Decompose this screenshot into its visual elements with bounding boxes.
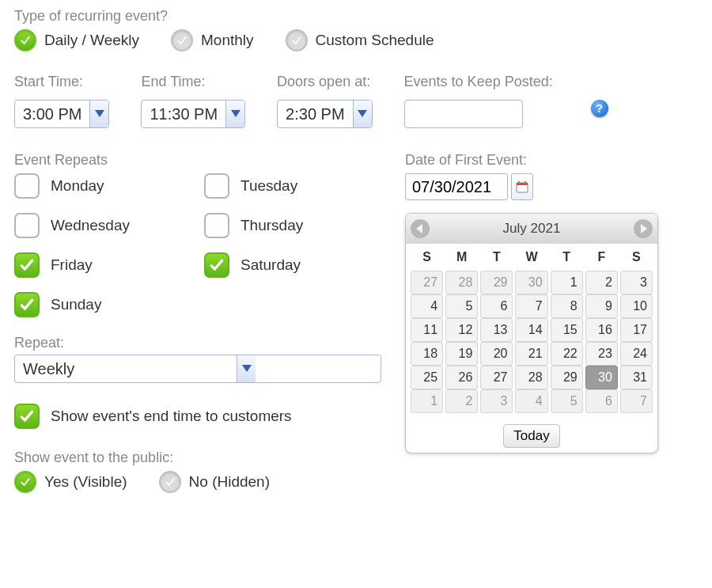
calendar-day[interactable]: 7	[620, 389, 653, 413]
doors-open-field: Doors open at: 2:30 PM	[277, 74, 372, 128]
date-first-label: Date of First Event:	[405, 152, 698, 169]
time-row: Start Time: 3:00 PM End Time: 11:30 PM D…	[14, 74, 698, 128]
radio-icon	[159, 471, 181, 493]
calendar-dow: S	[620, 247, 653, 267]
calendar-day[interactable]: 3	[620, 271, 653, 294]
dropdown-icon	[237, 355, 256, 382]
calendar-body: SMTWTFS 27282930123456789101112131415161…	[406, 244, 657, 419]
end-time-combo[interactable]: 11:30 PM	[141, 100, 245, 128]
recurring-type-option-custom[interactable]: Custom Schedule	[286, 29, 434, 51]
calendar-dow-row: SMTWTFS	[411, 247, 653, 267]
calendar-next-button[interactable]	[634, 219, 653, 238]
recurring-type-group: Daily / WeeklyMonthlyCustom Schedule	[14, 29, 698, 51]
svg-marker-1	[231, 110, 240, 117]
recurring-type-label: Monthly	[201, 32, 254, 49]
calendar-day[interactable]: 18	[411, 342, 443, 366]
calendar-day[interactable]: 4	[411, 294, 443, 318]
repeat-label: Repeat:	[14, 335, 381, 351]
calendar-day[interactable]: 4	[515, 389, 547, 413]
show-end-time-checkbox[interactable]	[14, 404, 40, 429]
show-end-time-row: Show event's end time to customers	[14, 404, 381, 429]
calendar-today-button[interactable]: Today	[503, 424, 559, 448]
calendar-day[interactable]: 6	[480, 294, 513, 318]
calendar-day[interactable]: 25	[411, 366, 443, 389]
svg-rect-6	[518, 181, 520, 184]
calendar-dow: F	[585, 247, 618, 267]
event-repeats-label: Event Repeats	[14, 152, 381, 169]
show-end-time-label: Show event's end time to customers	[51, 408, 292, 425]
calendar-day[interactable]: 28	[445, 271, 478, 294]
calendar-button[interactable]	[511, 173, 533, 200]
calendar-day[interactable]: 21	[515, 342, 547, 366]
calendar-day[interactable]: 30	[515, 271, 547, 294]
repeat-block: Repeat: Weekly	[14, 335, 381, 383]
calendar-day[interactable]: 31	[620, 366, 653, 389]
doors-open-combo[interactable]: 2:30 PM	[277, 100, 372, 128]
day-sun[interactable]: Sunday	[14, 292, 188, 317]
day-tue[interactable]: Tuesday	[204, 173, 378, 199]
svg-marker-2	[358, 110, 367, 117]
calendar-day[interactable]: 16	[585, 318, 618, 342]
recurring-type-option-monthly[interactable]: Monthly	[171, 29, 254, 51]
calendar-day[interactable]: 13	[480, 318, 513, 342]
calendar-day[interactable]: 24	[620, 342, 653, 366]
help-icon[interactable]: ?	[591, 100, 608, 117]
calendar-day[interactable]: 22	[551, 342, 583, 366]
calendar-day[interactable]: 8	[551, 294, 583, 318]
calendar-day[interactable]: 20	[480, 342, 513, 366]
calendar-day[interactable]: 23	[585, 342, 618, 366]
calendar-day[interactable]: 12	[445, 318, 478, 342]
calendar-day[interactable]: 5	[445, 294, 478, 318]
calendar-day[interactable]: 28	[515, 366, 547, 389]
events-keep-input[interactable]	[405, 101, 522, 127]
calendar-day[interactable]: 29	[551, 366, 583, 389]
calendar-day[interactable]: 3	[480, 389, 513, 413]
calendar-day[interactable]: 1	[411, 389, 443, 413]
checkbox-icon	[204, 173, 229, 199]
visibility-option-yes[interactable]: Yes (Visible)	[14, 471, 127, 493]
day-thu[interactable]: Thursday	[204, 213, 378, 238]
calendar-day[interactable]: 19	[445, 342, 478, 366]
calendar-day[interactable]: 14	[515, 318, 547, 342]
date-first-input[interactable]	[405, 173, 508, 200]
calendar-day[interactable]: 17	[620, 318, 653, 342]
calendar-day[interactable]: 27	[411, 271, 443, 294]
repeat-combo[interactable]: Weekly	[14, 355, 381, 383]
calendar-day[interactable]: 6	[585, 389, 618, 413]
end-time-label: End Time:	[141, 74, 245, 90]
end-time-field: End Time: 11:30 PM	[141, 74, 245, 128]
day-mon[interactable]: Monday	[14, 173, 188, 199]
calendar-week-row: 25262728293031	[411, 366, 653, 389]
calendar-header: July 2021	[406, 214, 657, 244]
start-time-combo[interactable]: 3:00 PM	[14, 100, 109, 128]
calendar-day[interactable]: 27	[480, 366, 513, 389]
recurring-type-label: Type of recurring event?	[14, 8, 698, 25]
calendar-day[interactable]: 15	[551, 318, 583, 342]
calendar-prev-button[interactable]	[411, 219, 430, 238]
svg-marker-8	[416, 224, 422, 233]
recurring-type-option-daily_weekly[interactable]: Daily / Weekly	[14, 29, 139, 51]
calendar-day[interactable]: 30	[585, 366, 618, 389]
calendar-day[interactable]: 2	[445, 389, 478, 413]
start-time-value: 3:00 PM	[15, 101, 89, 127]
calendar-icon	[516, 180, 528, 193]
visibility-option-no[interactable]: No (Hidden)	[159, 471, 270, 493]
calendar-day[interactable]: 2	[585, 271, 618, 294]
repeat-value: Weekly	[15, 355, 237, 382]
calendar-day[interactable]: 26	[445, 366, 478, 389]
calendar-day[interactable]: 10	[620, 294, 653, 318]
calendar-dow: S	[411, 247, 443, 267]
checkbox-icon	[204, 252, 229, 278]
calendar-day[interactable]: 29	[480, 271, 513, 294]
calendar-dow: T	[551, 247, 583, 267]
calendar-day[interactable]: 9	[585, 294, 618, 318]
calendar-day[interactable]: 5	[551, 389, 583, 413]
day-fri[interactable]: Friday	[14, 252, 188, 278]
calendar-day[interactable]: 11	[411, 318, 443, 342]
day-sat[interactable]: Saturday	[204, 252, 378, 278]
day-wed[interactable]: Wednesday	[14, 213, 188, 238]
calendar-day[interactable]: 1	[551, 271, 583, 294]
dropdown-icon	[353, 101, 372, 127]
checkbox-icon	[14, 213, 40, 238]
calendar-day[interactable]: 7	[515, 294, 547, 318]
